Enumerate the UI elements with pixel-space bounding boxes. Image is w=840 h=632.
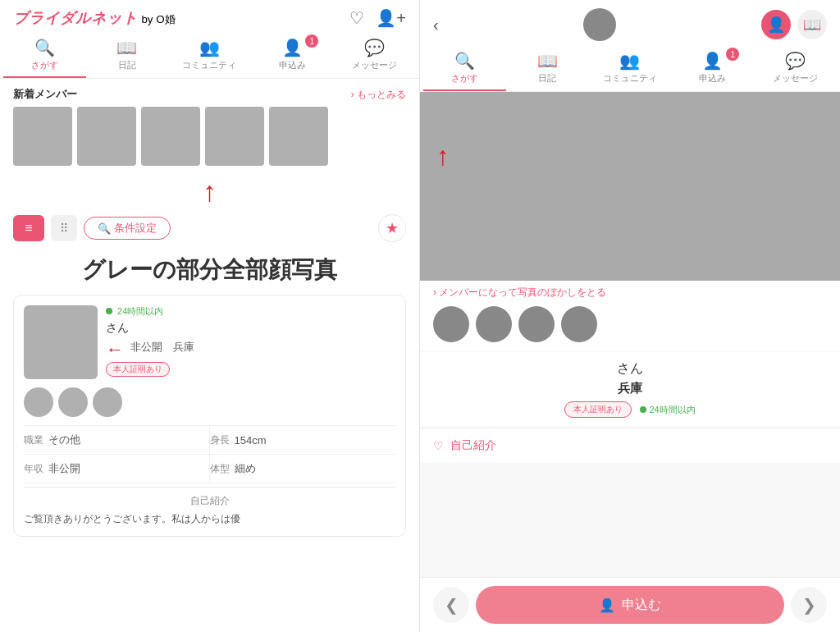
red-arrow-left-icon: ← bbox=[106, 339, 124, 360]
right-apply-icon: 👤 bbox=[702, 51, 723, 71]
profile-badges: 本人証明あり 24時間以内 bbox=[564, 401, 695, 418]
small-avatar-4[interactable] bbox=[561, 306, 597, 342]
right-apply-badge: 1 bbox=[726, 48, 739, 61]
right-tab-apply[interactable]: 👤 1 申込み bbox=[671, 46, 754, 91]
apply-badge: 1 bbox=[305, 34, 318, 48]
self-intro-section: 自己紹介 ご覧頂きありがとうございます。私は人からは優 bbox=[24, 487, 395, 526]
member-card: 24時間以内 さん ← 非公開 兵庫 本人証明あり 職業 その他 bbox=[13, 295, 406, 537]
profile-name: さん bbox=[617, 360, 643, 378]
profile-icon-button[interactable]: 👤 bbox=[761, 10, 791, 39]
mini-avatar-3[interactable] bbox=[93, 387, 122, 417]
star-icon: ★ bbox=[386, 219, 399, 237]
profile-info-area: さん 兵庫 本人証明あり 24時間以内 bbox=[420, 352, 840, 426]
tab-search[interactable]: 🔍 さがす bbox=[3, 33, 86, 78]
red-arrow-up-icon: ↑ bbox=[203, 176, 217, 208]
self-intro-text: ご覧頂きありがとうございます。私は人からは優 bbox=[24, 511, 395, 526]
online-dot bbox=[106, 308, 112, 314]
new-members-header: 新着メンバー › もっとみる bbox=[0, 79, 419, 107]
right-community-icon: 👥 bbox=[619, 51, 640, 71]
card-details: 職業 その他 身長 154cm 年収 非公開 体型 細め bbox=[24, 425, 395, 483]
height-row: 身長 154cm bbox=[210, 426, 396, 455]
prev-icon: ❮ bbox=[445, 595, 459, 615]
right-header-icons: 👤 📖 bbox=[761, 10, 827, 39]
photo-blur-link[interactable]: › メンバーになって写真のぼかしをとる bbox=[420, 281, 840, 300]
apply-person-icon: 👤 bbox=[599, 598, 615, 613]
tab-apply[interactable]: 👤 1 申込み bbox=[251, 33, 334, 78]
profile-location: 兵庫 bbox=[618, 381, 642, 396]
online-status: 24時間以内 bbox=[106, 305, 395, 318]
grid-view-button[interactable]: ⠿ bbox=[51, 215, 77, 241]
small-avatar-2[interactable] bbox=[476, 306, 512, 342]
star-button[interactable]: ★ bbox=[378, 214, 406, 242]
card-location: 非公開 兵庫 bbox=[130, 340, 194, 355]
left-panel: ブライダルネット by O婚 ♡ 👤+ 🔍 さがす 📖 日記 👥 コミュニティ … bbox=[0, 0, 420, 632]
new-members-row bbox=[0, 107, 419, 174]
search-tab-icon: 🔍 bbox=[34, 38, 55, 57]
member-thumb-1[interactable] bbox=[13, 107, 72, 166]
prev-button[interactable]: ❮ bbox=[433, 587, 469, 623]
right-search-icon: 🔍 bbox=[454, 51, 475, 71]
card-avatars bbox=[24, 387, 395, 417]
income-row: 年収 非公開 bbox=[24, 455, 210, 483]
small-avatar-3[interactable] bbox=[518, 306, 555, 342]
arrow-up-annotation: ↑ bbox=[0, 174, 419, 208]
member-thumb-5[interactable] bbox=[269, 107, 328, 166]
member-thumb-4[interactable] bbox=[205, 107, 264, 166]
profile-online-status: 24時間以内 bbox=[640, 404, 695, 416]
app-logo: ブライダルネット by O婚 bbox=[13, 8, 176, 28]
apply-button[interactable]: 👤 申込む bbox=[476, 586, 784, 624]
next-button[interactable]: ❯ bbox=[791, 587, 827, 623]
right-profile-avatar bbox=[583, 8, 616, 41]
member-thumb-3[interactable] bbox=[141, 107, 200, 166]
tab-community[interactable]: 👥 コミュニティ bbox=[168, 33, 251, 78]
right-diary-icon: 📖 bbox=[537, 51, 558, 71]
tab-diary[interactable]: 📖 日記 bbox=[86, 33, 169, 78]
profile-verified-badge: 本人証明あり bbox=[564, 401, 632, 418]
tab-message[interactable]: 💬 メッセージ bbox=[333, 33, 416, 78]
right-message-icon: 💬 bbox=[785, 51, 806, 71]
user-add-icon[interactable]: 👤+ bbox=[376, 8, 406, 28]
book-icon-button[interactable]: 📖 bbox=[797, 10, 827, 39]
right-tab-diary[interactable]: 📖 日記 bbox=[506, 46, 589, 91]
app-header: ブライダルネット by O婚 ♡ 👤+ bbox=[0, 0, 419, 33]
heart-icon[interactable]: ♡ bbox=[349, 8, 364, 28]
bottom-action-bar: ❮ 👤 申込む ❯ bbox=[420, 577, 840, 632]
filter-row: ≡ ⠿ 🔍 条件設定 ★ bbox=[0, 208, 419, 249]
profile-green-dot bbox=[640, 406, 646, 413]
self-intro-bar[interactable]: ♡ 自己紹介 bbox=[420, 428, 840, 463]
verified-badge: 本人証明あり bbox=[106, 362, 170, 377]
small-avatar-1[interactable] bbox=[433, 306, 469, 342]
job-row: 職業 その他 bbox=[24, 426, 210, 455]
member-thumb-2[interactable] bbox=[77, 107, 136, 166]
right-header: ‹ 👤 📖 bbox=[420, 0, 840, 46]
card-name: さん bbox=[106, 321, 395, 336]
condition-button[interactable]: 🔍 条件設定 bbox=[84, 217, 171, 240]
diary-tab-icon: 📖 bbox=[116, 38, 137, 57]
profile-main-photo[interactable] bbox=[420, 92, 840, 281]
header-icons: ♡ 👤+ bbox=[349, 8, 406, 28]
profile-photo-area: ↑ › メンバーになって写真のぼかしをとる bbox=[420, 92, 840, 350]
left-tab-nav: 🔍 さがす 📖 日記 👥 コミュニティ 👤 1 申込み 💬 メッセージ bbox=[0, 33, 419, 79]
more-link[interactable]: › もっとみる bbox=[351, 88, 406, 102]
right-tab-message[interactable]: 💬 メッセージ bbox=[754, 46, 837, 91]
right-tab-search[interactable]: 🔍 さがす bbox=[423, 46, 506, 91]
list-view-button[interactable]: ≡ bbox=[13, 215, 44, 241]
card-info: 24時間以内 さん ← 非公開 兵庫 本人証明あり bbox=[106, 305, 395, 379]
small-avatars-row bbox=[420, 300, 840, 342]
right-tab-nav: 🔍 さがす 📖 日記 👥 コミュニティ 👤 1 申込み 💬 メッセージ bbox=[420, 46, 840, 92]
card-location-row: ← 非公開 兵庫 bbox=[106, 339, 395, 360]
card-top: 24時間以内 さん ← 非公開 兵庫 本人証明あり bbox=[24, 305, 395, 379]
mini-avatar-2[interactable] bbox=[58, 387, 88, 417]
right-tab-community[interactable]: 👥 コミュニティ bbox=[589, 46, 672, 91]
body-row: 体型 細め bbox=[210, 455, 396, 483]
self-intro-title: 自己紹介 bbox=[24, 494, 395, 508]
message-tab-icon: 💬 bbox=[364, 38, 385, 57]
apply-tab-icon: 👤 bbox=[282, 38, 303, 57]
card-profile-photo[interactable] bbox=[24, 305, 98, 379]
self-intro-heart-icon: ♡ bbox=[433, 439, 444, 452]
back-button[interactable]: ‹ bbox=[433, 16, 439, 34]
mini-avatar-1[interactable] bbox=[24, 387, 53, 417]
condition-search-icon: 🔍 bbox=[98, 222, 111, 235]
new-members-title: 新着メンバー bbox=[13, 87, 77, 102]
next-icon: ❯ bbox=[802, 595, 816, 615]
